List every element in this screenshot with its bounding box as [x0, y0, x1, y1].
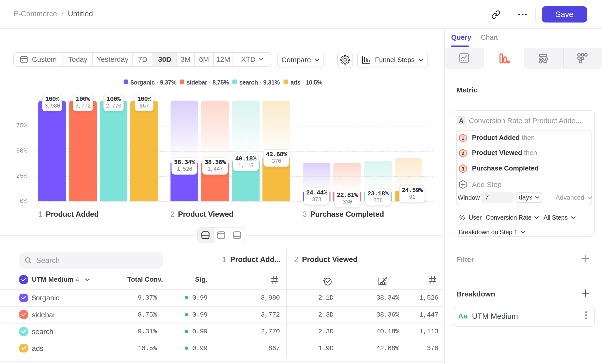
svg-text:3: 3 — [462, 166, 464, 171]
svg-text:2: 2 — [462, 150, 464, 156]
svg-text:1: 1 — [462, 135, 464, 141]
